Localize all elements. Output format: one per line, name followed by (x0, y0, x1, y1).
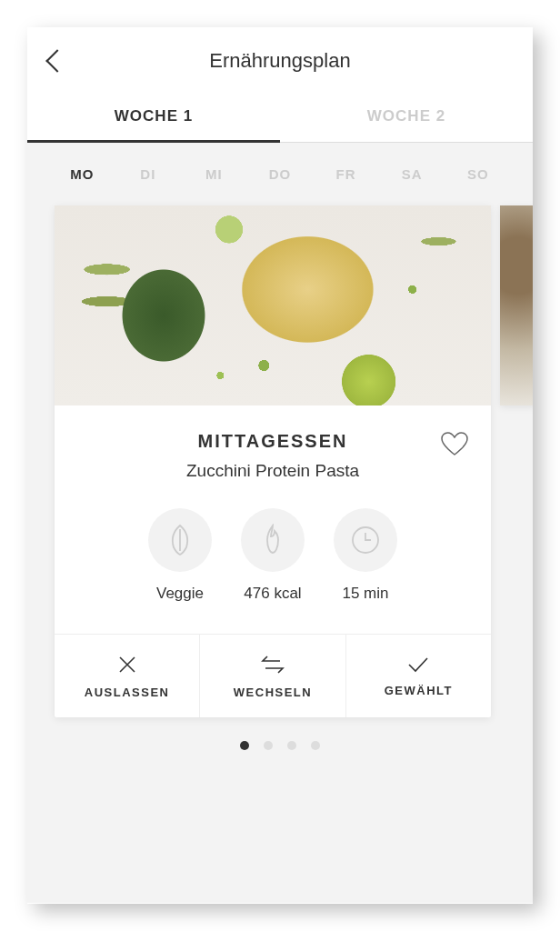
page-dot-2[interactable] (264, 741, 273, 750)
content-area: MO DI MI DO FR SA SO MITTAGESSEN Zucchin… (27, 143, 533, 903)
page-dot-1[interactable] (240, 741, 249, 750)
actions-row: AUSLASSEN WECHSELN GEWÄHLT (55, 634, 491, 717)
page-title: Ernährungsplan (65, 49, 495, 73)
meal-type: MITTAGESSEN (76, 431, 469, 452)
stats-row: Veggie 476 kcal (76, 508, 469, 603)
tab-week-2[interactable]: WOCHE 2 (280, 91, 533, 142)
swap-button[interactable]: WECHSELN (200, 635, 345, 717)
heart-icon (440, 431, 469, 456)
leaf-icon (148, 508, 212, 572)
pagination-dots (27, 741, 533, 750)
day-tabs: MO DI MI DO FR SA SO (27, 159, 533, 205)
tab-day-so[interactable]: SO (445, 159, 511, 189)
meal-body: MITTAGESSEN Zucchini Protein Pasta Veggi… (55, 405, 491, 634)
skip-button[interactable]: AUSLASSEN (55, 635, 200, 717)
header: Ernährungsplan (27, 27, 533, 91)
stat-calories: 476 kcal (241, 508, 305, 603)
swap-icon (260, 655, 285, 675)
app-screen: Ernährungsplan WOCHE 1 WOCHE 2 MO DI MI … (27, 27, 533, 904)
select-label: GEWÄHLT (385, 684, 453, 697)
flame-icon (241, 508, 305, 572)
meal-image (55, 205, 491, 405)
meal-card[interactable]: MITTAGESSEN Zucchini Protein Pasta Veggi… (55, 205, 491, 717)
stat-diet: Veggie (148, 508, 212, 603)
meal-name: Zucchini Protein Pasta (76, 461, 469, 481)
close-icon (117, 655, 137, 675)
tab-day-di[interactable]: DI (115, 159, 182, 189)
stat-time-label: 15 min (342, 585, 388, 603)
tab-day-do[interactable]: DO (247, 159, 314, 189)
swap-label: WECHSELN (234, 686, 312, 699)
check-icon (407, 656, 429, 673)
next-meal-image (500, 205, 533, 405)
tab-day-mi[interactable]: MI (181, 159, 247, 189)
stat-calories-label: 476 kcal (244, 585, 301, 603)
clock-icon (334, 508, 397, 572)
next-meal-card-peek[interactable] (500, 205, 533, 405)
card-carousel[interactable]: MITTAGESSEN Zucchini Protein Pasta Veggi… (27, 205, 533, 717)
stat-diet-label: Veggie (156, 585, 204, 603)
tab-week-1[interactable]: WOCHE 1 (27, 91, 280, 142)
skip-label: AUSLASSEN (85, 686, 170, 699)
page-dot-3[interactable] (287, 741, 296, 750)
week-tabs: WOCHE 1 WOCHE 2 (27, 91, 533, 143)
stat-time: 15 min (334, 508, 397, 603)
tab-day-sa[interactable]: SA (379, 159, 445, 189)
select-button[interactable]: GEWÄHLT (346, 635, 491, 717)
favorite-button[interactable] (440, 431, 469, 460)
tab-day-fr[interactable]: FR (313, 159, 379, 189)
page-dot-4[interactable] (311, 741, 320, 750)
tab-day-mo[interactable]: MO (49, 159, 115, 189)
